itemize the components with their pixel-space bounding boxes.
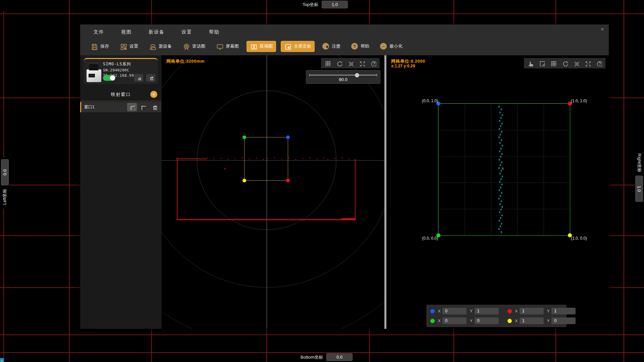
blue-y-input[interactable]: 1 (475, 308, 499, 314)
device-controls (103, 74, 155, 82)
trash-icon (151, 104, 157, 110)
quad-corner-red[interactable] (286, 179, 290, 182)
corner-coordinates-panel: X 0 Y 1 X 1 Y 1 X 0 Y 0 (426, 305, 567, 327)
trash-icon (148, 75, 153, 80)
quad-corner-blue[interactable] (286, 135, 290, 139)
help-button[interactable]: ? 帮助 (348, 41, 372, 51)
red-dot (507, 309, 512, 313)
content-area: SIMO-LS系列 SN:2040200C IP:192.168.99.101 … (80, 55, 609, 329)
grid-toggle-button[interactable] (323, 59, 332, 67)
gear-icon (136, 75, 141, 80)
device-name: SIMO-LS系列 (103, 61, 155, 67)
new-device-button-label: 新设备 (159, 43, 172, 49)
view-help-button[interactable] (368, 59, 378, 67)
save-button-label: 保存 (100, 43, 109, 49)
minimize-button[interactable]: − 最小化 (377, 41, 406, 51)
top-coordinate-control: Top坐标 1.0 (303, 1, 348, 8)
arrows-out-icon (359, 60, 365, 66)
angle-slider-track[interactable] (309, 75, 377, 75)
x-label: X (515, 309, 518, 313)
question-icon (370, 60, 376, 66)
red-x-input[interactable]: 1 (520, 308, 544, 314)
window-close-button[interactable]: × (601, 26, 604, 32)
radar-chart-button[interactable]: 雷达图 (179, 41, 208, 52)
menu-item-settings[interactable]: 设置 (181, 29, 192, 39)
menu-item-file[interactable]: 文件 (94, 29, 104, 39)
menu-item-view[interactable]: 视图 (121, 29, 132, 39)
zoom-in-button[interactable] (345, 59, 355, 67)
x-label: X (515, 319, 518, 323)
radar-chart-button-label: 雷达图 (192, 43, 205, 49)
green-x-input[interactable]: 0 (442, 317, 467, 324)
settings-button[interactable]: 设置 (117, 41, 141, 52)
delete-window-button[interactable] (149, 103, 159, 111)
dual-view-button[interactable]: 双视图 (247, 41, 276, 52)
coord-row-blue: X 0 Y 1 (430, 308, 499, 314)
mapping-windows-title: 映射窗口 (84, 92, 150, 98)
rotate-button[interactable] (334, 59, 344, 67)
angle-slider-value: 90.0 (306, 77, 380, 82)
map-view[interactable]: 网格单位:0.2000 x:1.27 y:0.29 (0.0, 1.0) (1.… (386, 55, 609, 329)
add-window-button[interactable]: + (150, 91, 157, 98)
screen-chart-button[interactable]: 屏幕图 (213, 41, 242, 52)
calibration-quad[interactable] (244, 137, 288, 181)
green-y-input[interactable]: 0 (475, 317, 499, 324)
taskbar-indicator-dot (1, 360, 3, 362)
device-settings-button[interactable] (134, 74, 143, 82)
menu-item-help[interactable]: 帮助 (209, 29, 220, 39)
radar-range-ring (161, 55, 384, 329)
toolbar: 保存 设置 新设备 雷达图 屏幕图 双视图 全屏定标 注册 (80, 39, 609, 53)
blue-dot (430, 309, 435, 313)
settings-button-label: 设置 (129, 43, 138, 49)
top-coordinate-input[interactable]: 1.0 (322, 1, 348, 8)
quad-corner-yellow[interactable] (243, 179, 246, 182)
device-serial: SN:2040200C (103, 68, 155, 72)
device-delete-button[interactable] (146, 74, 155, 82)
menu-bar: 文件 视图 新设备 设置 帮助 (80, 24, 609, 39)
right-coordinate-label: Right坐标 (636, 154, 642, 172)
left-coordinate-label: Left坐标 (2, 189, 8, 205)
bottom-coordinate-label: Bottom坐标 (301, 354, 323, 360)
bottom-coordinate-control: Bottom坐标 0.0 (301, 353, 353, 361)
sidebar: SIMO-LS系列 SN:2040200C IP:192.168.99.101 … (80, 55, 161, 329)
device-card[interactable]: SIMO-LS系列 SN:2040200C IP:192.168.99.101 (84, 58, 158, 84)
green-dot (430, 319, 435, 323)
save-button[interactable]: 保存 (88, 41, 112, 52)
yellow-x-input[interactable]: 1 (520, 317, 544, 324)
dual-view-button-label: 双视图 (260, 43, 273, 49)
red-y-input[interactable]: 1 (551, 308, 576, 314)
radar-icon (182, 43, 190, 50)
mapping-windows-header: 映射窗口 + (80, 91, 161, 101)
quad-calibration-button[interactable] (127, 103, 137, 111)
mapping-window-name: 窗口1 (84, 104, 126, 110)
fullscreen-calibration-button[interactable]: 全屏定标 (281, 41, 315, 52)
yellow-dot (507, 319, 512, 323)
left-coordinate-input[interactable]: 0.0 (1, 159, 9, 185)
register-button[interactable]: 注册 (319, 41, 343, 51)
bottom-coordinate-input[interactable]: 0.0 (326, 353, 353, 361)
yellow-y-input[interactable]: 0 (551, 317, 576, 324)
zoom-out-button[interactable] (357, 59, 367, 67)
menu-item-new-device[interactable]: 新设备 (149, 29, 165, 39)
y-label: Y (470, 309, 472, 313)
device-toggle[interactable] (103, 75, 115, 81)
coord-row-green: X 0 Y 0 (430, 317, 499, 324)
dual-view-icon (250, 43, 257, 50)
mapping-window-item[interactable]: 窗口1 (80, 102, 161, 112)
screen-chart-button-label: 屏幕图 (226, 43, 239, 49)
quad-corner-green[interactable] (243, 135, 246, 139)
radar-view[interactable]: 网格单位:3200mm 90.0 (161, 55, 384, 329)
register-icon (322, 43, 329, 50)
app-window: × 文件 视图 新设备 设置 帮助 保存 设置 新设备 雷达图 屏幕图 (80, 24, 609, 329)
rotate-icon (336, 60, 342, 66)
rectangle-icon (140, 104, 146, 110)
radar-grid-unit-label: 网格单位:3200mm (166, 58, 205, 64)
new-device-button[interactable]: 新设备 (146, 41, 175, 52)
right-coordinate-input[interactable]: 1.0 (636, 176, 643, 202)
left-coordinate-control: Left坐标 0.0 (0, 158, 9, 206)
save-icon (91, 43, 98, 50)
mapped-scan-points: xxxxxxxxxxxxxxxxxxxxxxxxxxxxxxxxxxxxxxxx… (386, 55, 609, 329)
rect-calibration-button[interactable] (138, 103, 148, 111)
blue-x-input[interactable]: 0 (442, 308, 467, 314)
top-coordinate-label: Top坐标 (303, 2, 318, 8)
